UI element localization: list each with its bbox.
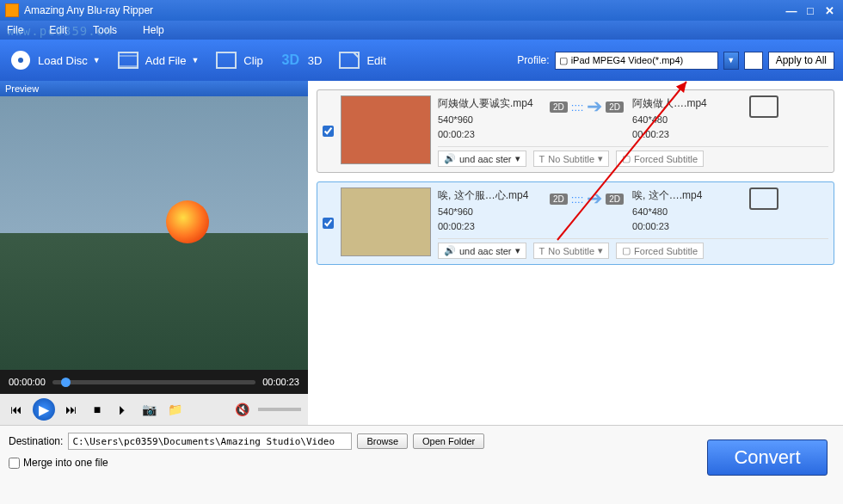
profile-label: Profile:: [517, 54, 549, 66]
mute-button[interactable]: 🔇: [232, 400, 251, 419]
output-filename: 阿姨做人….mp4: [632, 95, 735, 111]
3d-icon: 3D: [279, 48, 303, 72]
audio-track-selector[interactable]: 🔊 und aac ster ▾: [438, 151, 526, 167]
volume-slider[interactable]: [258, 408, 301, 411]
apply-to-all-button[interactable]: Apply to All: [768, 52, 834, 70]
snapshot-button[interactable]: 📷: [139, 400, 158, 419]
stop-button[interactable]: ■: [88, 400, 107, 419]
device-icon: [749, 95, 778, 118]
menubar: File Edit Tools Help www.pc0359.cn: [0, 21, 843, 40]
audio-track-selector[interactable]: 🔊 und aac ster ▾: [438, 243, 526, 259]
disc-icon: [9, 48, 33, 72]
titlebar: Amazing Any Blu-ray Ripper — □ ✕: [0, 0, 843, 21]
svg-rect-5: [217, 52, 236, 68]
menu-help[interactable]: Help: [143, 24, 164, 36]
folder-button[interactable]: 📁: [165, 400, 184, 419]
item-checkbox[interactable]: [323, 126, 334, 137]
time-total: 00:00:23: [262, 377, 299, 387]
edit-button[interactable]: Edit: [337, 48, 385, 72]
maximize-button[interactable]: □: [802, 3, 819, 17]
convert-button[interactable]: Convert: [707, 439, 828, 476]
forced-subtitle-selector[interactable]: ▢ Forced Subtitle: [616, 243, 704, 259]
chevron-down-icon: ▼: [191, 56, 199, 65]
source-duration: 00:00:23: [438, 127, 541, 142]
item-checkbox[interactable]: [323, 218, 334, 229]
output-duration: 00:00:23: [632, 219, 735, 234]
thumbnail: [341, 187, 431, 256]
device-icon: [749, 187, 778, 210]
preview-image: [0, 96, 308, 370]
edit-label: Edit: [366, 54, 385, 67]
badge-output: 2D: [606, 194, 624, 205]
destination-input[interactable]: [68, 433, 352, 450]
file-item[interactable]: 唉, 这个服…心.mp4 540*960 00:00:23 2D :::: ➔ …: [317, 181, 834, 265]
destination-label: Destination:: [9, 435, 63, 447]
film-icon: [116, 48, 140, 72]
app-icon: [5, 3, 19, 17]
play-button[interactable]: ▶: [33, 398, 55, 421]
open-folder-button[interactable]: Open Folder: [413, 433, 484, 449]
balloon-graphic: [166, 200, 209, 243]
player-controls: ⏮ ▶ ⏭ ■ ⏵ 📷 📁 🔇: [0, 394, 308, 425]
add-file-button[interactable]: Add File ▼: [116, 48, 200, 72]
output-resolution: 640*480: [632, 113, 735, 127]
app-title: Amazing Any Blu-ray Ripper: [24, 4, 153, 16]
clip-label: Clip: [243, 54, 262, 67]
close-button[interactable]: ✕: [821, 3, 838, 17]
svg-rect-2: [119, 52, 138, 68]
file-item[interactable]: 阿姨做人要诚实.mp4 540*960 00:00:23 2D :::: ➔ 2…: [317, 89, 834, 173]
settings-button[interactable]: ⚙: [744, 52, 763, 70]
merge-checkbox[interactable]: [9, 458, 20, 469]
source-filename: 阿姨做人要诚实.mp4: [438, 95, 541, 111]
badge-input: 2D: [550, 194, 568, 205]
output-resolution: 640*480: [632, 205, 735, 219]
subtitle-selector[interactable]: T No Subtitle ▾: [533, 151, 610, 167]
file-list-panel: 阿姨做人要诚实.mp4 540*960 00:00:23 2D :::: ➔ 2…: [308, 81, 843, 425]
subtitle-selector[interactable]: T No Subtitle ▾: [533, 243, 610, 259]
source-filename: 唉, 这个服…心.mp4: [438, 187, 541, 203]
chevron-down-icon: ▼: [93, 56, 101, 65]
edit-icon: [337, 48, 361, 72]
svg-point-1: [18, 58, 23, 63]
time-current: 00:00:00: [9, 377, 46, 387]
badge-output: 2D: [606, 101, 624, 113]
forced-subtitle-selector[interactable]: ▢ Forced Subtitle: [616, 151, 704, 167]
thumbnail: [341, 95, 431, 164]
profile-dropdown-button[interactable]: ▼: [723, 52, 739, 70]
watermark: www.pc0359.cn: [7, 24, 113, 38]
add-file-label: Add File: [145, 54, 187, 67]
forward-button[interactable]: ⏭: [62, 400, 81, 419]
source-resolution: 540*960: [438, 113, 541, 127]
footer: Destination: Browse Open Folder Merge in…: [0, 425, 843, 504]
conversion-arrow: 2D :::: ➔ 2D: [550, 95, 624, 118]
seek-slider[interactable]: [52, 380, 255, 384]
load-disc-label: Load Disc: [38, 54, 88, 67]
browse-button[interactable]: Browse: [357, 433, 408, 449]
rewind-button[interactable]: ⏮: [7, 400, 26, 419]
minimize-button[interactable]: —: [783, 3, 800, 17]
3d-label: 3D: [308, 54, 323, 67]
preview-timeline: 00:00:00 00:00:23: [0, 370, 308, 394]
output-filename: 唉, 这个….mp4: [632, 187, 735, 203]
source-resolution: 540*960: [438, 205, 541, 219]
next-button[interactable]: ⏵: [114, 400, 132, 419]
load-disc-button[interactable]: Load Disc ▼: [9, 48, 101, 72]
profile-value: iPad MPEG4 Video(*.mp4): [571, 55, 684, 65]
clip-button[interactable]: Clip: [214, 48, 262, 72]
conversion-arrow: 2D :::: ➔ 2D: [550, 187, 624, 210]
merge-label: Merge into one file: [23, 457, 108, 469]
output-duration: 00:00:23: [632, 127, 735, 142]
badge-input: 2D: [550, 101, 568, 113]
source-duration: 00:00:23: [438, 219, 541, 234]
toolbar: Load Disc ▼ Add File ▼ Clip 3D 3D Edit P…: [0, 40, 843, 81]
preview-panel: Preview 00:00:00 00:00:23 ⏮ ▶ ⏭ ■ ⏵ 📷 📁 …: [0, 81, 308, 425]
profile-select[interactable]: ▢ iPad MPEG4 Video(*.mp4): [555, 52, 718, 70]
clip-icon: [214, 48, 238, 72]
preview-header: Preview: [0, 81, 308, 96]
3d-button[interactable]: 3D 3D: [279, 48, 323, 72]
